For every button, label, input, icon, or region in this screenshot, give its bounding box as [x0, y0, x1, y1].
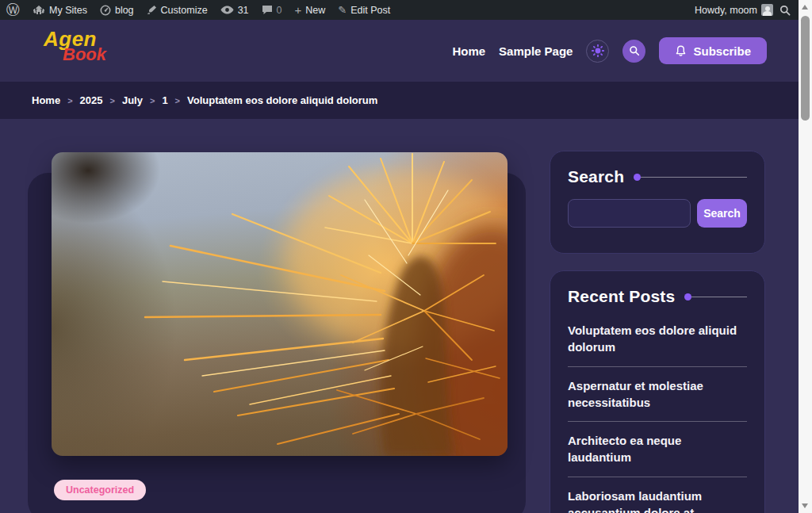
heading-accent-line	[641, 177, 747, 178]
edit-post-menu[interactable]: ✎ Edit Post	[338, 5, 390, 16]
recent-posts-header: Recent Posts	[568, 287, 747, 306]
stats-views-menu[interactable]: 31	[220, 5, 249, 16]
howdy-label: Howdy, moom	[695, 5, 757, 16]
my-sites-menu[interactable]: My Sites	[33, 5, 87, 16]
header-search-button[interactable]	[622, 40, 645, 63]
theme-toggle-button[interactable]	[586, 40, 609, 63]
page: Ⓦ My Sites blog Customize 31 0	[0, 0, 812, 513]
breadcrumb-day[interactable]: 1	[162, 94, 167, 106]
my-sites-houses-icon	[33, 5, 45, 16]
search-icon	[779, 5, 791, 16]
recent-posts-list: Voluptatem eos dolore aliquid dolorum As…	[568, 312, 747, 513]
comments-count: 0	[277, 5, 282, 16]
comment-bubble-icon	[262, 5, 273, 15]
paintbrush-icon	[147, 5, 157, 15]
customize-menu[interactable]: Customize	[147, 5, 208, 16]
search-icon	[629, 45, 640, 56]
admin-bar-right-group: Howdy, moom	[695, 4, 799, 16]
pencil-icon: ✎	[338, 5, 347, 15]
site-name-label: blog	[115, 5, 134, 16]
eye-icon	[220, 6, 234, 14]
wp-admin-bar: Ⓦ My Sites blog Customize 31 0	[0, 0, 799, 20]
customize-label: Customize	[161, 5, 208, 16]
recent-posts-title: Recent Posts	[568, 287, 675, 306]
user-avatar	[761, 4, 773, 16]
post-featured-image	[52, 152, 508, 456]
breadcrumb-home[interactable]: Home	[32, 94, 60, 106]
breadcrumb-month[interactable]: July	[122, 94, 143, 106]
my-sites-label: My Sites	[49, 5, 87, 16]
chevron-separator: >	[67, 96, 72, 105]
bell-icon	[675, 45, 687, 57]
search-form: Search	[568, 199, 747, 228]
site-header: Agen Book Home Sample Page	[0, 20, 799, 82]
search-submit-button[interactable]: Search	[697, 199, 747, 228]
category-badge[interactable]: Uncategorized	[54, 480, 146, 500]
plus-icon: +	[294, 4, 301, 16]
dashboard-gauge-icon	[100, 5, 111, 16]
edit-post-label: Edit Post	[350, 5, 390, 16]
chevron-separator: >	[175, 96, 180, 105]
subscribe-label: Subscribe	[693, 44, 751, 58]
logo-line-2: Book	[63, 46, 106, 63]
scrollbar-down-arrow[interactable]	[802, 503, 808, 508]
wordpress-logo-icon: Ⓦ	[6, 3, 20, 17]
recent-post-link[interactable]: Aspernatur et molestiae necessitatibus	[568, 367, 747, 423]
sun-icon	[592, 44, 604, 57]
search-widget-header: Search	[568, 167, 747, 186]
nav-home-link[interactable]: Home	[452, 44, 485, 58]
chevron-separator: >	[150, 96, 155, 105]
views-count: 31	[238, 5, 249, 16]
admin-search-button[interactable]	[779, 5, 791, 16]
breadcrumb-current-page: Voluptatem eos dolore aliquid dolorum	[187, 94, 377, 106]
comments-menu[interactable]: 0	[262, 5, 282, 16]
site-name-menu[interactable]: blog	[100, 5, 134, 16]
howdy-account-menu[interactable]: Howdy, moom	[695, 4, 773, 16]
search-input[interactable]	[568, 199, 691, 228]
browser-scrollbar[interactable]	[799, 0, 812, 513]
cactus-spines-illustration	[52, 152, 508, 456]
search-widget-title: Search	[568, 167, 624, 186]
recent-posts-widget: Recent Posts Voluptatem eos dolore aliqu…	[550, 270, 765, 513]
breadcrumb: Home > 2025 > July > 1 > Voluptatem eos …	[0, 82, 799, 119]
admin-bar-left-group: Ⓦ My Sites blog Customize 31 0	[0, 3, 390, 17]
new-label: New	[305, 5, 325, 16]
subscribe-button[interactable]: Subscribe	[659, 37, 767, 64]
recent-post-link[interactable]: Laboriosam laudantium accusantium dolore…	[568, 477, 747, 513]
wordpress-menu-button[interactable]: Ⓦ	[6, 3, 20, 17]
new-content-menu[interactable]: + New	[294, 4, 325, 16]
search-widget: Search Search	[550, 151, 765, 254]
nav-sample-page-link[interactable]: Sample Page	[499, 44, 573, 58]
recent-post-link[interactable]: Architecto ea neque laudantium	[568, 422, 747, 477]
heading-accent-dot	[684, 293, 691, 301]
breadcrumb-year[interactable]: 2025	[80, 94, 103, 106]
heading-accent-line	[691, 297, 747, 297]
scrollbar-thumb[interactable]	[801, 16, 810, 121]
recent-post-link[interactable]: Voluptatem eos dolore aliquid dolorum	[568, 312, 747, 367]
scrollbar-up-arrow[interactable]	[802, 5, 808, 10]
site-logo[interactable]: Agen Book	[44, 29, 106, 63]
chevron-separator: >	[109, 96, 114, 105]
header-nav: Home Sample Page Subscribe	[452, 20, 767, 82]
heading-accent-dot	[634, 174, 641, 181]
